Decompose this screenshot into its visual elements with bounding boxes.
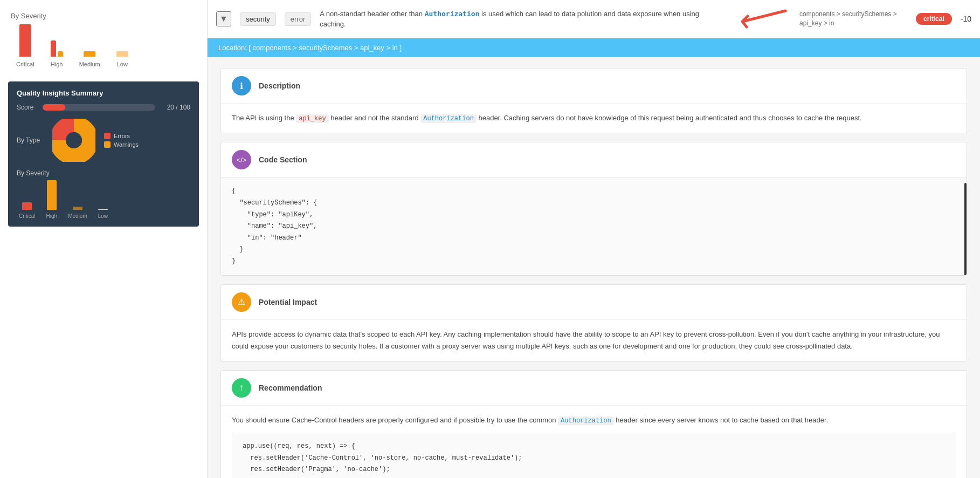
score-row: Score 20 / 100 [17, 104, 190, 111]
desc-body-prefix: The API is using the [232, 114, 296, 122]
issue-path: components > securitySchemes > api_key >… [799, 10, 907, 28]
b-medium-group: Medium [68, 207, 87, 219]
potential-impact-title: Potential Impact [259, 298, 317, 306]
b-high-bar [47, 180, 57, 210]
by-severity-label-top: By Severity [11, 12, 196, 20]
low-bar [116, 51, 128, 57]
score-label: Score [17, 104, 37, 111]
desc-body-middle: header and not the standard [329, 114, 421, 122]
potential-impact-card: ⚠ Potential Impact APIs provide access t… [220, 284, 967, 361]
quality-summary-card: Quality Insights Summary Score 20 / 100 … [8, 81, 199, 227]
high-bar-group: High [51, 40, 63, 67]
description-header: ℹ Description [221, 69, 967, 104]
description-title: Description [259, 81, 300, 90]
warnings-label: Warnings [114, 141, 139, 148]
description-card: ℹ Description The API is using the api_k… [220, 68, 967, 133]
desc-prefix: A non-standart header other than [320, 10, 424, 18]
b-low-label: Low [98, 213, 108, 219]
sidebar: By Severity Critical High Medium Low [0, 0, 208, 478]
code-section-header: </> Code Section [221, 142, 967, 177]
recommendation-header: ↑ Recommendation [221, 371, 967, 406]
potential-impact-header: ⚠ Potential Impact [221, 285, 967, 320]
legend: Errors Warnings [104, 133, 139, 148]
recommendation-icon: ↑ [232, 378, 251, 398]
code-block: { "securitySchemes": { "type": "apiKey",… [221, 177, 967, 275]
potential-impact-body: APIs provide access to dynamic data that… [221, 320, 967, 361]
high-label: High [51, 61, 63, 67]
score-bar-fill [43, 104, 65, 111]
issue-description: A non-standart header other than Authori… [320, 9, 723, 30]
chevron-icon: ▼ [219, 14, 228, 24]
medium-label: Medium [79, 61, 100, 67]
high-bar-main [51, 40, 56, 57]
b-high-label: High [46, 213, 58, 219]
bottom-severity-section: By Severity Critical High Medium Low [17, 169, 190, 219]
b-critical-bar [22, 202, 32, 210]
bottom-severity-chart: Critical High Medium Low [17, 181, 190, 219]
low-label: Low [117, 61, 128, 67]
scrollbar[interactable] [964, 183, 967, 275]
recommendation-title: Recommendation [259, 384, 322, 392]
b-low-bar [98, 209, 108, 210]
low-bar-group: Low [116, 51, 128, 67]
legend-warnings: Warnings [104, 141, 139, 148]
recommendation-body: You should ensure Cache-Control headers … [221, 406, 967, 478]
code-section-card: </> Code Section { "securitySchemes": { … [220, 142, 967, 275]
warnings-dot [104, 141, 111, 148]
pie-chart [52, 119, 95, 162]
by-type-row: By Type Errors Warnings [17, 119, 190, 162]
rec-code-auth: Authorization [558, 416, 614, 425]
critical-badge: critical [916, 13, 952, 25]
b-low-group: Low [98, 209, 108, 219]
by-type-label: By Type [17, 136, 44, 144]
error-tag: error [285, 12, 311, 26]
high-bar-secondary [58, 51, 63, 57]
critical-bar [19, 24, 31, 57]
desc-code1: api_key [296, 114, 328, 123]
score-value: 20 / 100 [161, 104, 190, 111]
medium-bar [84, 51, 95, 57]
potential-impact-icon: ⚠ [232, 292, 251, 312]
b-critical-group: Critical [19, 202, 36, 219]
score-bar-track [43, 104, 155, 111]
rec-body-prefix: You should ensure Cache-Control headers … [232, 416, 558, 424]
recommendation-code-block: app.use((req, res, next) => { res.setHea… [232, 433, 956, 478]
desc-code2: Authorization [420, 114, 477, 123]
score-minus: -10 [961, 15, 971, 23]
b-critical-label: Critical [19, 213, 36, 219]
description-icon: ℹ [232, 76, 251, 95]
code-section-title: Code Section [259, 155, 307, 164]
critical-label: Critical [16, 61, 34, 67]
desc-auth: Authorization [425, 10, 480, 18]
svg-point-2 [66, 132, 82, 148]
b-medium-label: Medium [68, 213, 87, 219]
errors-label: Errors [114, 133, 130, 139]
medium-bar-group: Medium [79, 51, 100, 67]
arrow-indicator [731, 5, 791, 32]
legend-errors: Errors [104, 133, 139, 139]
issue-header: ▼ security error A non-standart header o… [208, 0, 980, 38]
top-severity-chart: Critical High Medium Low [11, 24, 196, 67]
critical-bar-group: Critical [16, 24, 34, 67]
main-content: ▼ security error A non-standart header o… [208, 0, 980, 478]
b-high-group: High [46, 180, 58, 219]
issue-body: ℹ Description The API is using the api_k… [208, 57, 980, 478]
rec-body-suffix: header since every server knows not to c… [614, 416, 828, 424]
code-section-body: { "securitySchemes": { "type": "apiKey",… [221, 177, 967, 275]
desc-body-suffix: header. Caching servers do not have know… [477, 114, 862, 122]
code-section-icon: </> [232, 150, 251, 169]
chevron-button[interactable]: ▼ [216, 11, 231, 26]
security-tag[interactable]: security [240, 12, 276, 26]
quality-summary-title: Quality Insights Summary [17, 89, 190, 97]
description-body: The API is using the api_key header and … [221, 104, 967, 133]
bottom-severity-label: By Severity [17, 169, 190, 177]
errors-dot [104, 133, 111, 139]
location-bar: Location: [ components > securitySchemes… [208, 38, 980, 57]
recommendation-card: ↑ Recommendation You should ensure Cache… [220, 370, 967, 478]
b-medium-bar [73, 207, 82, 210]
